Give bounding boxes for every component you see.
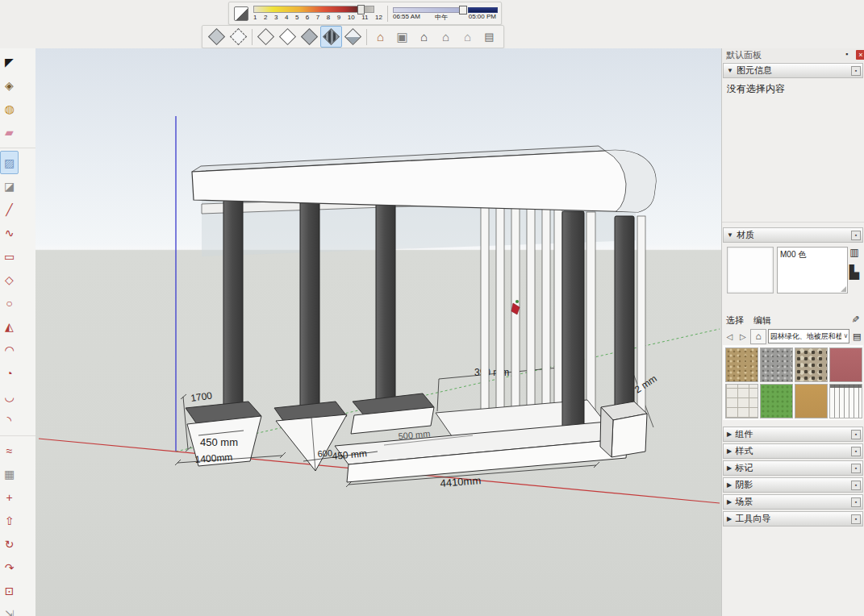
home-icon[interactable]: ⌂ [750, 329, 766, 344]
material-swatch-grass-green[interactable] [760, 384, 793, 418]
pin-icon[interactable]: ▪ [845, 51, 853, 58]
scale-tool[interactable]: ⇲ [0, 602, 19, 616]
month-scale: 123456789101112 [253, 14, 382, 21]
eraser-icon: ▰ [5, 127, 14, 138]
arc-tool[interactable]: ◠ [0, 338, 19, 361]
front-view-button[interactable]: ⌂ [413, 26, 435, 48]
3d-viewport[interactable]: 390 mm [35, 48, 722, 616]
date-slider-handle[interactable] [357, 5, 365, 15]
wireframe-button[interactable] [255, 26, 277, 48]
paint-bucket-tool[interactable]: ◍ [0, 97, 19, 120]
section-tags-menu-button[interactable]: ▪ [851, 464, 861, 473]
materials-header[interactable]: ▼ 材质 ▪ [723, 227, 863, 243]
secondary-pane-toggle-button[interactable]: ▥ [848, 247, 861, 258]
resize-grip-icon[interactable] [841, 286, 846, 292]
push-pull-tool[interactable]: ⇧ [0, 509, 19, 532]
move-tool[interactable]: + [0, 485, 19, 509]
month-label: 1 [253, 14, 257, 21]
shadow-time-slider[interactable]: 06:55 AM 中午 05:00 PM [393, 6, 496, 21]
shadows-toggle-button[interactable] [234, 6, 248, 21]
circle-tool[interactable]: ○ [0, 291, 19, 314]
section-instructor-menu-button[interactable]: ▪ [851, 514, 861, 524]
bezier-curve-tool[interactable]: ≈ [0, 439, 19, 462]
sample-paint-icon[interactable]: ✎ [849, 315, 861, 323]
freehand-tool[interactable]: ∿ [0, 221, 19, 244]
right-view-button[interactable]: ⌂ [435, 26, 457, 48]
section-scenes[interactable]: ▶场景▪ [723, 494, 863, 510]
monochrome-button[interactable] [342, 26, 364, 48]
iso-view-button[interactable]: ⌂ [369, 26, 391, 48]
back-edges-button[interactable] [227, 26, 249, 48]
section-scenes-menu-button[interactable]: ▪ [851, 497, 861, 507]
section-tags-label: 标记 [735, 462, 753, 474]
section-styles[interactable]: ▶样式▪ [723, 443, 863, 459]
left-view-icon: ▤ [484, 31, 494, 42]
section-shadows-menu-button[interactable]: ▪ [851, 481, 861, 490]
follow-me-tool[interactable]: ↷ [0, 556, 19, 579]
tray-close-button[interactable]: × [856, 50, 864, 60]
two-point-arc-tool[interactable]: ◡ [0, 385, 19, 408]
pie-icon: ◔ [6, 368, 12, 379]
tab-edit[interactable]: 编辑 [753, 314, 771, 327]
material-swatch-fence-white[interactable] [829, 384, 862, 418]
shaded-button[interactable] [298, 26, 320, 48]
shaded-with-textures-button[interactable] [320, 26, 342, 48]
shaded-icon [301, 28, 318, 45]
material-swatch-grid [723, 345, 863, 420]
line-icon: ╱ [6, 204, 12, 215]
back-edges-icon: ◪ [4, 181, 15, 192]
material-swatch-rose[interactable] [829, 348, 862, 382]
entity-info-header[interactable]: ▼ 图元信息 ▪ [723, 63, 863, 78]
rotate-tool[interactable]: ↻ [0, 532, 19, 556]
top-view-button[interactable]: ▣ [391, 26, 413, 48]
wireframe-icon [257, 28, 274, 45]
offset-tool[interactable]: ⊡ [0, 579, 19, 602]
date-slider-track[interactable] [253, 6, 374, 13]
section-tags[interactable]: ▶标记▪ [723, 460, 863, 476]
material-name-field[interactable]: M00 色 [777, 247, 848, 293]
create-material-button[interactable]: ▙ [848, 264, 861, 280]
material-swatch-gravel-gray[interactable] [760, 348, 793, 382]
tab-select[interactable]: 选择 [726, 314, 744, 327]
viewport-canvas[interactable]: 390 mm [35, 48, 722, 616]
x-ray-mode-tool[interactable]: ▨ [0, 151, 19, 174]
material-swatch-sand-tan[interactable] [795, 384, 828, 418]
rotated-rectangle-tool[interactable]: ◇ [0, 268, 19, 291]
forward-arrow-icon[interactable]: ▷ [737, 330, 749, 343]
shadow-date-slider[interactable]: 123456789101112 [253, 6, 382, 21]
material-category-dropdown[interactable]: 园林绿化、地被层和植被 ∨ [768, 329, 850, 343]
rotate-icon: ↻ [5, 539, 15, 550]
entity-info-menu-button[interactable]: ▪ [851, 66, 861, 76]
rectangle-tool[interactable]: ▭ [0, 244, 19, 268]
line-tool[interactable]: ╱ [0, 198, 19, 221]
details-icon[interactable]: ▤ [851, 330, 862, 343]
rectangle-icon: ▭ [4, 251, 15, 262]
polygon-tool[interactable]: ◭ [0, 314, 19, 338]
left-view-button[interactable]: ▤ [478, 26, 500, 48]
tray-title-bar[interactable]: 默认面板 ▪ × [722, 48, 864, 62]
pie-tool[interactable]: ◔ [0, 361, 19, 385]
section-components[interactable]: ▶组件▪ [723, 427, 863, 442]
back-view-button[interactable]: ⌂ [457, 26, 478, 48]
x-ray-button[interactable] [206, 26, 227, 48]
back-edges-tool[interactable]: ◪ [0, 174, 19, 198]
material-swatch-pavers-white[interactable] [725, 384, 758, 418]
materials-menu-button[interactable]: ▪ [851, 231, 861, 240]
select-tool[interactable]: ◤ [0, 50, 19, 73]
hidden-line-button[interactable] [277, 26, 298, 48]
eraser-tool[interactable]: ▰ [0, 120, 19, 144]
surface-tool[interactable]: ▦ [0, 462, 19, 485]
time-slider-track[interactable] [393, 6, 496, 12]
left-toolbar: ◤◈◍▰▨◪╱∿▭◇○◭◠◔◡◝≈▦+⇧↻↷⊡⇲∕∠↔A1∗A◫◰◐☛◎◱✖↶♟… [0, 48, 36, 616]
back-arrow-icon[interactable]: ◁ [724, 330, 736, 343]
section-instructor[interactable]: ▶工具向导▪ [723, 511, 863, 527]
section-shadows[interactable]: ▶阴影▪ [723, 477, 863, 493]
section-styles-menu-button[interactable]: ▪ [851, 447, 861, 456]
make-component-tool[interactable]: ◈ [0, 73, 19, 97]
material-swatch-pebbles[interactable] [795, 348, 828, 382]
collapse-arrow-icon: ▼ [727, 67, 733, 74]
three-point-arc-tool[interactable]: ◝ [0, 408, 19, 431]
category-value: 园林绿化、地被层和植被 [770, 331, 841, 342]
section-components-menu-button[interactable]: ▪ [851, 430, 861, 439]
material-swatch-gravel-tan[interactable] [725, 348, 758, 382]
